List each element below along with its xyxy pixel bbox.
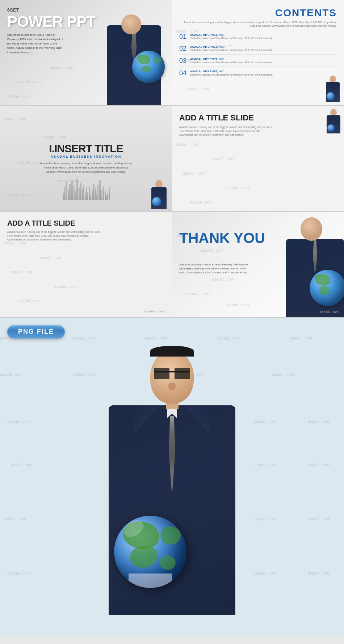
slide6-watermark-brand: asadal . com xyxy=(320,310,339,314)
item-num: 01 xyxy=(179,33,190,40)
list-item: 03 ASADAL INTERNET, INC. started its bus… xyxy=(179,57,337,67)
slide5-body: Asadal has been running one of the bigge… xyxy=(7,230,105,242)
set-label: 6SET xyxy=(7,7,165,13)
watermark: asadal . com xyxy=(186,87,209,91)
watermark: asadal . com xyxy=(226,302,249,307)
slide1-subtitle: Started its business in Seoul Korea in F… xyxy=(7,33,65,55)
large-globe xyxy=(114,516,186,588)
item-desc: started its business in Seoul Korea in F… xyxy=(190,37,337,40)
large-body xyxy=(109,405,235,615)
png-badge: PNG FILE xyxy=(7,325,65,338)
small-person-3 xyxy=(151,180,167,209)
watermark: asadal . com xyxy=(212,277,234,281)
item-company: ASADAL INTERNET, INC. xyxy=(190,33,337,37)
watermark: asadal . com xyxy=(290,336,312,340)
item-desc: started its business in Seoul Korea in F… xyxy=(190,48,337,52)
list-item: 01 ASADAL INTERNET, INC. started its bus… xyxy=(179,33,337,43)
contents-list: 01 ASADAL INTERNET, INC. started its bus… xyxy=(179,33,337,79)
watermark: asadal . com xyxy=(217,336,240,340)
item-num: 03 xyxy=(179,57,190,64)
globe-1 xyxy=(132,51,165,83)
watermark: asadal . com xyxy=(40,255,62,260)
insert-title: I.INSERT TITLE xyxy=(39,142,133,155)
slide-add-title-1: ADD A TITLE SLIDE Asadal has been runnin… xyxy=(172,106,344,211)
contents-intro: Asadal has been running one of the bigge… xyxy=(179,21,337,28)
large-person-container xyxy=(7,346,337,620)
watermark: asadal . com xyxy=(72,336,95,340)
cityscape xyxy=(0,178,172,200)
list-item: 02 ASADAL INTERNET, INC. started its bus… xyxy=(179,45,337,55)
large-head xyxy=(150,351,194,404)
png-section: PNG FILE xyxy=(0,318,344,636)
item-company: ASADAL INTERNET, INC. xyxy=(190,45,337,48)
item-num: 04 xyxy=(179,70,190,76)
person-head-1 xyxy=(121,14,141,34)
watermark: asadal . com xyxy=(51,65,73,69)
watermark: asadal . com xyxy=(201,248,223,252)
biz-innovation: ASADAL BUSINESS INNOVATION xyxy=(39,155,133,158)
item-desc: started its business in Seoul Korea in F… xyxy=(190,61,337,64)
insert-logo-5: INSERT LOGO xyxy=(143,310,167,313)
slide-thank-you: THANK YOU Started its business in Seoul … xyxy=(172,212,344,317)
watermark: asadal . com xyxy=(176,142,198,146)
watermark: asadal . com xyxy=(54,284,77,289)
large-person xyxy=(96,346,248,620)
watermark: asadal . com xyxy=(226,185,249,190)
slide-contents: CONTENTS Asadal has been running one of … xyxy=(172,0,344,105)
watermark: asadal . com xyxy=(183,171,205,175)
small-person-4 xyxy=(327,109,340,133)
slide4-body: Asadal has been running one of the bigge… xyxy=(179,125,277,137)
item-company: ASADAL INTERNET, INC. xyxy=(190,57,337,61)
slide-insert-title: I.INSERT TITLE ASADAL BUSINESS INNOVATIO… xyxy=(0,106,172,211)
add-title-1: ADD A TITLE SLIDE xyxy=(179,113,337,123)
watermark: asadal . com xyxy=(186,291,209,296)
watermark: asadal . com xyxy=(7,94,30,98)
watermark: asadal . com xyxy=(18,299,41,303)
large-tie xyxy=(168,416,176,496)
watermark: asadal . com xyxy=(18,80,41,84)
item-company: ASADAL INTERNET, INC. xyxy=(190,70,337,73)
watermark: asadal . com xyxy=(145,336,167,340)
slide6-desc: Started its business in Seoul Korea in F… xyxy=(179,263,252,275)
contents-title: CONTENTS xyxy=(179,7,337,19)
watermark: asadal . com xyxy=(4,117,26,121)
watermark: asadal . com xyxy=(212,157,234,161)
item-desc: started its business in Seoul Korea in F… xyxy=(190,73,337,77)
watermark: asadal . com xyxy=(11,270,33,274)
slide-power-ppt: 6SET POWER PPT Started its business in S… xyxy=(0,0,172,105)
small-person-2 xyxy=(326,76,340,102)
watermark: asadal . com xyxy=(190,200,213,204)
person-6 xyxy=(268,212,344,317)
item-num: 02 xyxy=(179,45,190,52)
slide-add-title-2: ADD A TITLE SLIDE Asadal has been runnin… xyxy=(0,212,172,317)
add-title-2: ADD A TITLE SLIDE xyxy=(7,219,165,227)
thank-you-title: THANK YOU xyxy=(179,230,265,246)
list-item: 04 ASADAL INTERNET, INC. started its bus… xyxy=(179,70,337,79)
slide3-body: Asadal has been running one of the bigge… xyxy=(39,161,133,174)
